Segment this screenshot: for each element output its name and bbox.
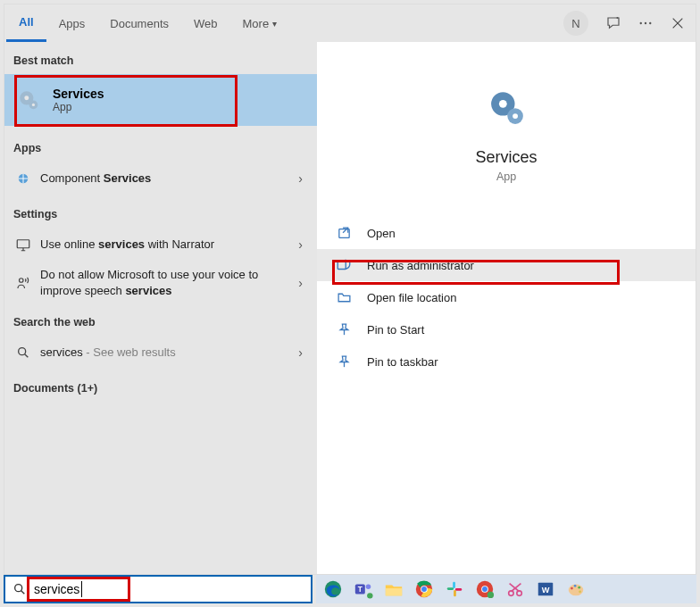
result-component-services[interactable]: Component Services › <box>4 162 317 195</box>
tab-label: More <box>243 17 270 30</box>
action-label: Open <box>367 227 396 240</box>
tab-label: Web <box>194 17 218 30</box>
search-input[interactable] <box>82 582 311 596</box>
action-pin-to-taskbar[interactable]: Pin to taskbar <box>317 345 696 378</box>
taskbar-chrome-icon[interactable] <box>412 578 436 601</box>
svg-point-42 <box>571 587 573 590</box>
svg-point-23 <box>366 585 371 590</box>
tab-more[interactable]: More▾ <box>230 4 290 42</box>
section-search-web: Search the web <box>4 304 317 336</box>
svg-text:T: T <box>358 586 362 594</box>
taskbar: T W <box>316 575 696 603</box>
taskbar-paint-icon[interactable] <box>564 578 588 601</box>
chevron-right-icon: › <box>298 345 308 360</box>
svg-point-11 <box>19 348 26 355</box>
tab-documents[interactable]: Documents <box>97 4 181 42</box>
svg-rect-17 <box>338 262 346 270</box>
shield-icon <box>333 254 354 276</box>
search-icon <box>5 582 34 596</box>
preview-hero: Services App <box>317 63 696 183</box>
svg-rect-31 <box>454 590 456 596</box>
result-label: Component Services <box>33 170 298 187</box>
action-label: Pin to Start <box>367 323 424 337</box>
pin-icon <box>333 351 354 372</box>
close-icon[interactable] <box>662 7 694 39</box>
feedback-icon[interactable] <box>597 7 629 39</box>
svg-rect-9 <box>17 240 29 248</box>
folder-icon <box>333 287 354 308</box>
tab-web[interactable]: Web <box>181 4 230 42</box>
component-services-icon <box>13 169 33 188</box>
result-label: Use online services with Narrator <box>33 237 298 253</box>
result-narrator-services[interactable]: Use online services with Narrator › <box>4 228 317 262</box>
svg-rect-30 <box>447 587 454 590</box>
section-documents: Documents (1+) <box>4 370 317 402</box>
chevron-right-icon: › <box>298 237 308 252</box>
search-scope-tabs: All Apps Documents Web More▾ N <box>4 4 696 42</box>
action-open[interactable]: Open <box>317 217 696 249</box>
more-options-icon[interactable] <box>629 7 662 39</box>
tab-label: All <box>19 15 34 29</box>
user-avatar[interactable]: N <box>563 11 588 36</box>
taskbar-word-icon[interactable]: W <box>534 578 557 601</box>
svg-rect-25 <box>386 588 402 595</box>
action-label: Open file location <box>367 291 456 304</box>
action-label: Run as administrator <box>367 259 474 272</box>
chevron-down-icon: ▾ <box>272 19 277 29</box>
svg-point-24 <box>367 593 372 598</box>
search-icon <box>13 343 33 362</box>
svg-point-13 <box>499 100 507 108</box>
pin-icon <box>333 319 354 340</box>
svg-point-28 <box>421 586 427 592</box>
tab-label: Documents <box>110 17 169 30</box>
svg-point-0 <box>616 17 618 19</box>
svg-point-45 <box>579 590 581 593</box>
chevron-right-icon: › <box>298 171 308 186</box>
svg-point-5 <box>24 96 29 100</box>
section-best-match: Best match <box>4 42 317 74</box>
open-icon <box>333 222 354 244</box>
result-web-search[interactable]: services - See web results › <box>4 336 317 370</box>
best-match-text: Services App <box>53 87 104 113</box>
svg-point-44 <box>578 586 580 589</box>
best-match-item[interactable]: Services App <box>4 74 317 126</box>
search-box[interactable]: services <box>4 575 312 603</box>
svg-rect-32 <box>455 588 462 591</box>
svg-point-2 <box>645 22 646 24</box>
action-run-as-admin[interactable]: Run as administrator <box>317 249 696 281</box>
taskbar-chrome2-icon[interactable] <box>473 578 496 601</box>
chevron-right-icon: › <box>298 276 308 290</box>
svg-point-3 <box>649 22 651 24</box>
taskbar-edge-icon[interactable] <box>321 578 345 601</box>
tab-all[interactable]: All <box>6 4 46 42</box>
action-open-file-location[interactable]: Open file location <box>317 281 696 313</box>
svg-point-15 <box>512 113 518 119</box>
svg-point-18 <box>15 585 22 592</box>
result-label: Do not allow Microsoft to use your voice… <box>33 267 298 298</box>
taskbar-teams-icon[interactable]: T <box>352 578 375 601</box>
svg-point-35 <box>482 586 488 592</box>
avatar-initial: N <box>571 17 579 30</box>
svg-point-43 <box>574 585 577 587</box>
svg-point-7 <box>32 104 35 106</box>
result-speech-services[interactable]: Do not allow Microsoft to use your voice… <box>4 262 317 304</box>
taskbar-explorer-icon[interactable] <box>382 578 405 601</box>
svg-rect-29 <box>453 582 455 588</box>
tab-apps[interactable]: Apps <box>46 4 98 42</box>
svg-point-10 <box>20 278 24 282</box>
search-input-value: services <box>34 582 79 596</box>
taskbar-slack-icon[interactable] <box>443 578 466 601</box>
action-pin-to-start[interactable]: Pin to Start <box>317 313 696 345</box>
action-label: Pin to taskbar <box>367 355 438 369</box>
windows-search-panel: All Apps Documents Web More▾ N Best matc… <box>4 4 696 575</box>
best-match-title: Services <box>53 87 104 101</box>
preview-pane: Services App Open Run as administrator <box>317 42 696 574</box>
svg-text:W: W <box>542 586 550 595</box>
monitor-icon <box>13 235 33 254</box>
preview-subtitle: App <box>496 170 516 183</box>
section-settings: Settings <box>4 195 317 228</box>
preview-actions: Open Run as administrator Open file loca… <box>317 217 696 378</box>
result-label: services - See web results <box>33 345 298 361</box>
preview-title: Services <box>475 148 537 167</box>
taskbar-snip-icon[interactable] <box>504 578 527 601</box>
